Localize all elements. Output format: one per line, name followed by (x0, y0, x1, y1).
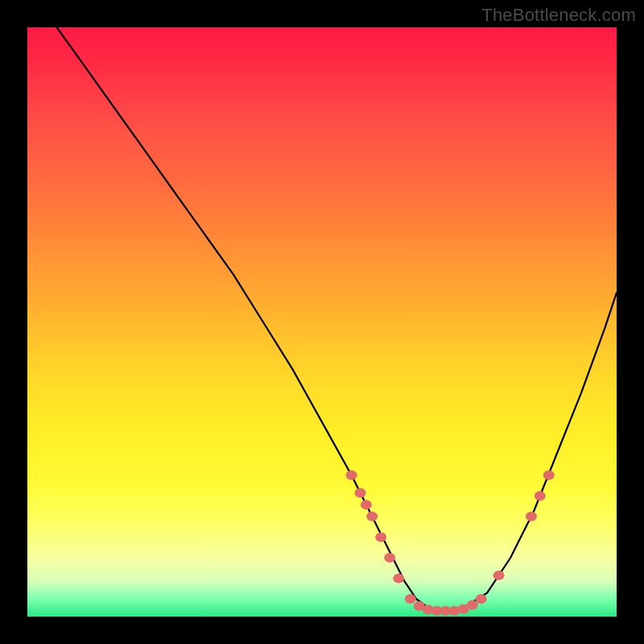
data-marker (361, 500, 372, 510)
data-marker (375, 532, 386, 542)
data-marker (526, 512, 537, 522)
curve-line (57, 27, 617, 611)
data-marker (355, 488, 366, 497)
plot-area (27, 27, 617, 617)
data-marker (393, 573, 404, 583)
data-marker (366, 512, 378, 522)
watermark-text: TheBottleneck.com (481, 5, 636, 26)
data-marker (535, 491, 546, 501)
data-marker (493, 571, 505, 580)
data-marker (467, 600, 478, 609)
chart-frame: TheBottleneck.com (0, 0, 644, 644)
data-marker (476, 594, 487, 604)
data-marker (543, 470, 555, 480)
data-marker (346, 470, 357, 480)
data-marker (384, 553, 395, 563)
markers-group (346, 470, 555, 615)
data-marker (405, 594, 416, 604)
chart-svg (27, 27, 617, 617)
